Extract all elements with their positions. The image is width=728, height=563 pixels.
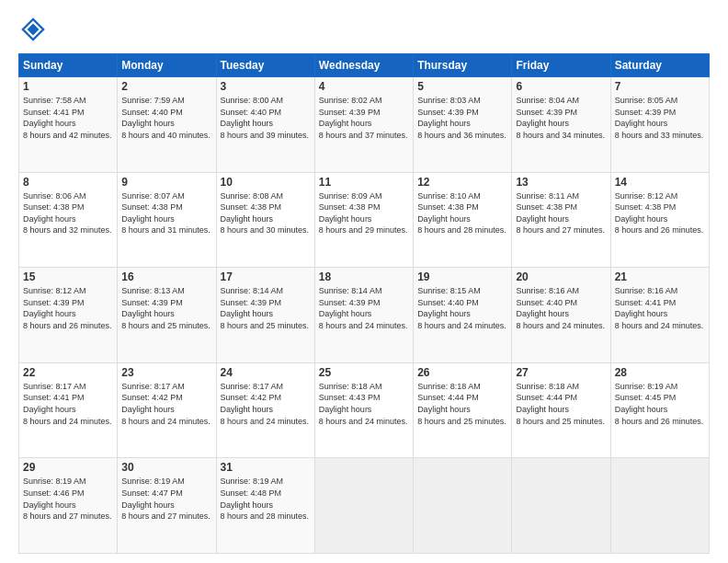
- weekday-header: Wednesday: [314, 54, 413, 77]
- day-info: Sunrise: 8:10 AMSunset: 4:38 PMDaylight …: [417, 190, 507, 236]
- day-info: Sunrise: 8:03 AMSunset: 4:39 PMDaylight …: [417, 95, 507, 141]
- calendar-cell: 21Sunrise: 8:16 AMSunset: 4:41 PMDayligh…: [610, 268, 709, 363]
- weekday-header: Monday: [118, 54, 216, 77]
- calendar-cell: 9Sunrise: 8:07 AMSunset: 4:38 PMDaylight…: [118, 172, 216, 268]
- day-number: 4: [319, 80, 409, 93]
- day-info: Sunrise: 8:06 AMSunset: 4:38 PMDaylight …: [23, 190, 113, 236]
- logo-icon: [18, 15, 48, 44]
- weekday-header: Sunday: [19, 54, 118, 77]
- day-number: 26: [417, 366, 507, 379]
- day-info: Sunrise: 8:13 AMSunset: 4:39 PMDaylight …: [121, 285, 211, 331]
- page: SundayMondayTuesdayWednesdayThursdayFrid…: [0, 0, 728, 563]
- logo: [18, 15, 51, 44]
- day-info: Sunrise: 8:12 AMSunset: 4:39 PMDaylight …: [23, 285, 113, 331]
- day-info: Sunrise: 8:19 AMSunset: 4:48 PMDaylight …: [221, 476, 311, 522]
- weekday-header: Friday: [512, 54, 610, 77]
- day-info: Sunrise: 8:14 AMSunset: 4:39 PMDaylight …: [221, 285, 311, 331]
- day-info: Sunrise: 8:15 AMSunset: 4:40 PMDaylight …: [417, 285, 507, 331]
- calendar-cell: 29Sunrise: 8:19 AMSunset: 4:46 PMDayligh…: [19, 458, 118, 554]
- day-number: 24: [221, 366, 311, 379]
- day-number: 18: [319, 270, 409, 283]
- day-info: Sunrise: 8:08 AMSunset: 4:38 PMDaylight …: [221, 190, 311, 236]
- day-number: 31: [221, 461, 311, 474]
- day-info: Sunrise: 8:17 AMSunset: 4:42 PMDaylight …: [221, 381, 311, 427]
- day-number: 10: [221, 176, 311, 189]
- calendar-cell: 17Sunrise: 8:14 AMSunset: 4:39 PMDayligh…: [216, 268, 314, 363]
- calendar-week-row: 1Sunrise: 7:58 AMSunset: 4:41 PMDaylight…: [19, 77, 710, 173]
- header: [18, 15, 710, 44]
- calendar-cell: [414, 458, 512, 554]
- day-number: 17: [221, 270, 311, 283]
- day-info: Sunrise: 8:14 AMSunset: 4:39 PMDaylight …: [319, 285, 409, 331]
- day-info: Sunrise: 7:59 AMSunset: 4:40 PMDaylight …: [121, 95, 211, 141]
- day-info: Sunrise: 8:11 AMSunset: 4:38 PMDaylight …: [516, 190, 606, 236]
- calendar-cell: 31Sunrise: 8:19 AMSunset: 4:48 PMDayligh…: [216, 458, 314, 554]
- day-info: Sunrise: 8:12 AMSunset: 4:38 PMDaylight …: [615, 190, 705, 236]
- calendar-cell: 30Sunrise: 8:19 AMSunset: 4:47 PMDayligh…: [118, 458, 216, 554]
- calendar-cell: 24Sunrise: 8:17 AMSunset: 4:42 PMDayligh…: [216, 362, 314, 458]
- day-number: 16: [121, 270, 211, 283]
- calendar-cell: 28Sunrise: 8:19 AMSunset: 4:45 PMDayligh…: [610, 362, 709, 458]
- weekday-header: Saturday: [610, 54, 709, 77]
- day-number: 1: [23, 80, 113, 93]
- day-number: 27: [516, 366, 606, 379]
- calendar-cell: 11Sunrise: 8:09 AMSunset: 4:38 PMDayligh…: [314, 172, 413, 268]
- day-info: Sunrise: 8:04 AMSunset: 4:39 PMDaylight …: [516, 95, 606, 141]
- day-info: Sunrise: 8:18 AMSunset: 4:44 PMDaylight …: [516, 381, 606, 427]
- calendar-cell: 23Sunrise: 8:17 AMSunset: 4:42 PMDayligh…: [118, 362, 216, 458]
- day-number: 20: [516, 270, 606, 283]
- calendar-cell: 4Sunrise: 8:02 AMSunset: 4:39 PMDaylight…: [314, 77, 413, 173]
- day-info: Sunrise: 8:16 AMSunset: 4:41 PMDaylight …: [615, 285, 705, 331]
- calendar-cell: [512, 458, 610, 554]
- calendar-cell: 6Sunrise: 8:04 AMSunset: 4:39 PMDaylight…: [512, 77, 610, 173]
- calendar-cell: 16Sunrise: 8:13 AMSunset: 4:39 PMDayligh…: [118, 268, 216, 363]
- day-info: Sunrise: 8:16 AMSunset: 4:40 PMDaylight …: [516, 285, 606, 331]
- day-number: 14: [615, 176, 705, 189]
- calendar-week-row: 22Sunrise: 8:17 AMSunset: 4:41 PMDayligh…: [19, 362, 710, 458]
- calendar-cell: 19Sunrise: 8:15 AMSunset: 4:40 PMDayligh…: [414, 268, 512, 363]
- calendar-week-row: 15Sunrise: 8:12 AMSunset: 4:39 PMDayligh…: [19, 268, 710, 363]
- calendar-cell: 26Sunrise: 8:18 AMSunset: 4:44 PMDayligh…: [414, 362, 512, 458]
- calendar-cell: 10Sunrise: 8:08 AMSunset: 4:38 PMDayligh…: [216, 172, 314, 268]
- day-number: 11: [319, 176, 409, 189]
- day-info: Sunrise: 7:58 AMSunset: 4:41 PMDaylight …: [23, 95, 113, 141]
- calendar-cell: 7Sunrise: 8:05 AMSunset: 4:39 PMDaylight…: [610, 77, 709, 173]
- day-info: Sunrise: 8:09 AMSunset: 4:38 PMDaylight …: [319, 190, 409, 236]
- day-number: 22: [23, 366, 113, 379]
- calendar-header-row: SundayMondayTuesdayWednesdayThursdayFrid…: [19, 54, 710, 77]
- calendar-cell: 5Sunrise: 8:03 AMSunset: 4:39 PMDaylight…: [414, 77, 512, 173]
- calendar-cell: 13Sunrise: 8:11 AMSunset: 4:38 PMDayligh…: [512, 172, 610, 268]
- calendar-cell: [314, 458, 413, 554]
- calendar-cell: 2Sunrise: 7:59 AMSunset: 4:40 PMDaylight…: [118, 77, 216, 173]
- calendar-cell: 12Sunrise: 8:10 AMSunset: 4:38 PMDayligh…: [414, 172, 512, 268]
- day-info: Sunrise: 8:17 AMSunset: 4:42 PMDaylight …: [121, 381, 211, 427]
- day-number: 7: [615, 80, 705, 93]
- calendar-cell: 27Sunrise: 8:18 AMSunset: 4:44 PMDayligh…: [512, 362, 610, 458]
- day-number: 19: [417, 270, 507, 283]
- calendar-cell: 15Sunrise: 8:12 AMSunset: 4:39 PMDayligh…: [19, 268, 118, 363]
- day-number: 23: [121, 366, 211, 379]
- calendar-cell: 22Sunrise: 8:17 AMSunset: 4:41 PMDayligh…: [19, 362, 118, 458]
- calendar-cell: [610, 458, 709, 554]
- day-info: Sunrise: 8:17 AMSunset: 4:41 PMDaylight …: [23, 381, 113, 427]
- calendar-cell: 1Sunrise: 7:58 AMSunset: 4:41 PMDaylight…: [19, 77, 118, 173]
- day-info: Sunrise: 8:19 AMSunset: 4:45 PMDaylight …: [615, 381, 705, 427]
- day-info: Sunrise: 8:07 AMSunset: 4:38 PMDaylight …: [121, 190, 211, 236]
- calendar-table: SundayMondayTuesdayWednesdayThursdayFrid…: [18, 53, 710, 554]
- day-info: Sunrise: 8:02 AMSunset: 4:39 PMDaylight …: [319, 95, 409, 141]
- day-number: 13: [516, 176, 606, 189]
- weekday-header: Thursday: [414, 54, 512, 77]
- calendar-cell: 18Sunrise: 8:14 AMSunset: 4:39 PMDayligh…: [314, 268, 413, 363]
- day-number: 29: [23, 461, 113, 474]
- day-number: 8: [23, 176, 113, 189]
- weekday-header: Tuesday: [216, 54, 314, 77]
- day-info: Sunrise: 8:18 AMSunset: 4:43 PMDaylight …: [319, 381, 409, 427]
- day-number: 2: [121, 80, 211, 93]
- day-number: 9: [121, 176, 211, 189]
- calendar-cell: 8Sunrise: 8:06 AMSunset: 4:38 PMDaylight…: [19, 172, 118, 268]
- day-number: 6: [516, 80, 606, 93]
- day-info: Sunrise: 8:00 AMSunset: 4:40 PMDaylight …: [221, 95, 311, 141]
- calendar-cell: 20Sunrise: 8:16 AMSunset: 4:40 PMDayligh…: [512, 268, 610, 363]
- day-number: 5: [417, 80, 507, 93]
- day-info: Sunrise: 8:19 AMSunset: 4:47 PMDaylight …: [121, 476, 211, 522]
